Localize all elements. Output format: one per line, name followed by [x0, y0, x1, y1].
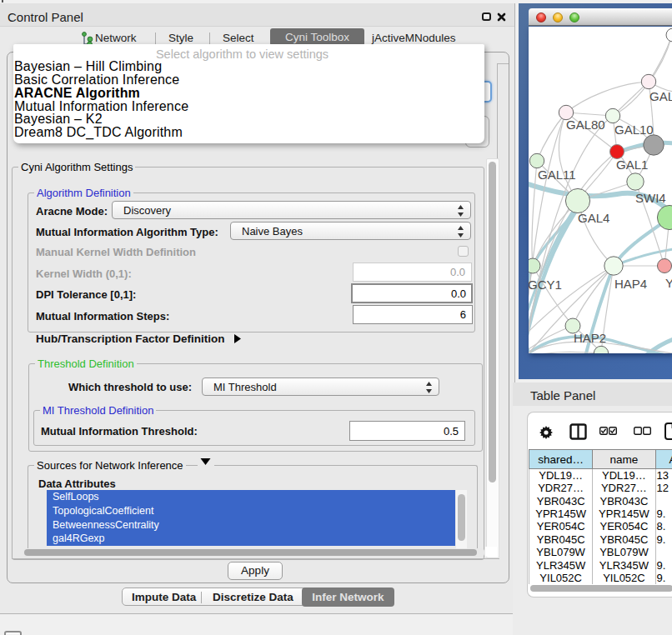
svg-text:GAL80: GAL80 — [566, 118, 605, 132]
svg-text:GAL10: GAL10 — [614, 122, 654, 137]
svg-text:YJ: YJ — [665, 276, 672, 290]
svg-text:HAP2: HAP2 — [574, 331, 606, 345]
svg-text:GAL7: GAL7 — [649, 89, 672, 103]
svg-text:SWI4: SWI4 — [635, 191, 666, 205]
svg-text:GAL4: GAL4 — [578, 211, 609, 225]
svg-text:HAP4: HAP4 — [614, 277, 647, 291]
svg-text:GAL1: GAL1 — [616, 158, 648, 172]
svg-text:GCY1: GCY1 — [529, 278, 562, 292]
svg-text:GAL11: GAL11 — [538, 168, 576, 182]
